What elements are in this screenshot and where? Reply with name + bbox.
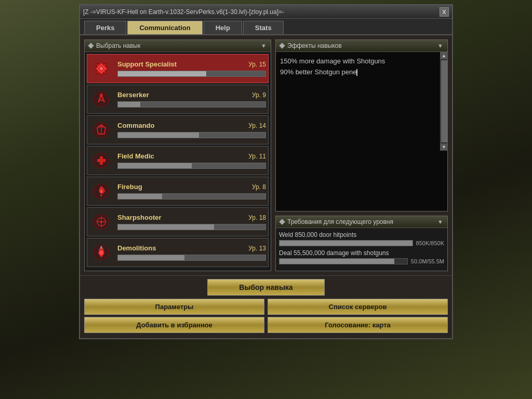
commando-info: Commando Ур. 14 xyxy=(117,122,266,138)
sharpshooter-icon xyxy=(89,210,113,234)
berserker-bar xyxy=(117,101,266,108)
svg-point-8 xyxy=(100,194,102,196)
support-info: Support Specialist Ур. 15 xyxy=(117,60,266,77)
parameters-button[interactable]: Параметры xyxy=(84,299,264,315)
right-panel: Эффекты навыков ▼ 150% more damage with … xyxy=(275,39,448,271)
skill-item-demolitions[interactable]: Demolitions Ур. 13 xyxy=(87,238,269,267)
req-label-1: 850K/850K xyxy=(416,240,444,246)
req-text-1: Weld 850,000 door hitpoints xyxy=(279,231,444,238)
commando-bar xyxy=(117,132,266,138)
bottom-area: Выбор навыка Параметры Список серверов Д… xyxy=(80,275,452,338)
skill-item-berserker[interactable]: Berserker Ур. 9 xyxy=(87,85,269,114)
left-panel: Выбрать навык ▼ xyxy=(84,39,271,271)
content-area: Выбрать навык ▼ xyxy=(80,35,452,275)
support-level: Ур. 15 xyxy=(248,61,266,68)
effect-line-1: 150% more damage with Shotguns xyxy=(280,56,436,67)
berserker-info: Berserker Ур. 9 xyxy=(117,91,266,108)
demolitions-info: Demolitions Ур. 13 xyxy=(117,244,266,261)
skill-item-fieldmedic[interactable]: Field Medic Ур. 11 xyxy=(87,146,269,175)
req-item-1: Weld 850,000 door hitpoints 850K/850K xyxy=(279,231,444,246)
sharpshooter-level: Ур. 18 xyxy=(248,214,266,221)
requirements-content: Weld 850,000 door hitpoints 850K/850K De… xyxy=(276,228,447,271)
demolitions-bar xyxy=(117,255,266,261)
skill-select-title: Выбрать навык xyxy=(96,42,140,49)
skill-item-support[interactable]: Support Specialist Ур. 15 xyxy=(87,54,269,83)
svg-point-13 xyxy=(100,221,102,223)
fieldmedic-info: Field Medic Ур. 11 xyxy=(117,152,266,169)
add-favorite-button[interactable]: Добавить в избранное xyxy=(84,317,264,333)
req-bar-2 xyxy=(279,258,408,264)
vote-map-button[interactable]: Голосование: карта xyxy=(268,317,448,333)
firebug-bar xyxy=(117,193,266,200)
effects-content: 150% more damage with Shotguns 90% bette… xyxy=(276,52,440,82)
req-bar-container-1: 850K/850K xyxy=(279,240,444,246)
effects-header: Эффекты навыков ▼ xyxy=(276,40,447,52)
firebug-info: Firebug Ур. 8 xyxy=(117,183,266,200)
demolitions-icon xyxy=(89,241,113,264)
effects-text: 150% more damage with Shotguns 90% bette… xyxy=(276,52,440,151)
header-diamond-icon xyxy=(88,43,94,48)
effects-box: Эффекты навыков ▼ 150% more damage with … xyxy=(275,39,448,211)
main-window: [Z -=VIRUS-KF-Hell on Earth-v.1032-ServP… xyxy=(79,4,453,339)
svg-rect-6 xyxy=(97,159,105,162)
req-bar-container-2: 50.0M/55.5M xyxy=(279,258,444,264)
select-perk-button[interactable]: Выбор навыка xyxy=(207,279,324,296)
berserker-icon xyxy=(89,87,113,111)
scroll-up-button[interactable]: ▲ xyxy=(441,52,448,59)
scroll-down-button[interactable]: ▼ xyxy=(441,143,448,151)
select-perk-row: Выбор навыка xyxy=(84,279,448,296)
effects-inner: 150% more damage with Shotguns 90% bette… xyxy=(276,52,447,151)
button-row-2: Добавить в избранное Голосование: карта xyxy=(84,317,448,333)
demolitions-name: Demolitions xyxy=(117,244,156,252)
firebug-icon xyxy=(89,179,113,203)
skill-select-box: Выбрать навык ▼ xyxy=(84,39,271,271)
req-text-2: Deal 55,500,000 damage with shotguns xyxy=(279,249,444,257)
berserker-name: Berserker xyxy=(117,91,149,99)
commando-name: Commando xyxy=(117,122,155,129)
fieldmedic-bar xyxy=(117,163,266,169)
berserker-level: Ур. 9 xyxy=(252,91,266,99)
req-label-2: 50.0M/55.5M xyxy=(411,258,444,264)
tab-communication[interactable]: Communication xyxy=(127,21,202,34)
fieldmedic-level: Ур. 11 xyxy=(248,153,266,160)
effects-arrow-icon: ▼ xyxy=(437,43,443,49)
title-bar: [Z -=VIRUS-KF-Hell on Earth-v.1032-ServP… xyxy=(80,5,452,19)
firebug-level: Ур. 8 xyxy=(252,183,266,191)
svg-point-1 xyxy=(100,94,103,97)
skill-item-commando[interactable]: Commando Ур. 14 xyxy=(87,115,269,144)
skill-select-header: Выбрать навык ▼ xyxy=(85,40,271,52)
requirements-box: Требования для следующего уровня ▼ Weld … xyxy=(275,216,448,271)
effects-title: Эффекты навыков xyxy=(287,42,342,49)
effects-diamond-icon xyxy=(279,43,285,48)
button-row-1: Параметры Список серверов xyxy=(84,299,448,315)
fieldmedic-icon xyxy=(89,149,113,172)
support-name: Support Specialist xyxy=(117,60,177,68)
requirements-title: Требования для следующего уровня xyxy=(287,218,393,225)
req-bar-1 xyxy=(279,240,413,246)
demolitions-level: Ур. 13 xyxy=(248,245,266,252)
tab-stats[interactable]: Stats xyxy=(243,21,284,34)
fieldmedic-name: Field Medic xyxy=(117,152,154,160)
req-arrow-icon: ▼ xyxy=(437,219,443,225)
header-arrow-icon: ▼ xyxy=(261,43,267,49)
req-item-2: Deal 55,500,000 damage with shotguns 50.… xyxy=(279,249,444,264)
commando-level: Ур. 14 xyxy=(248,122,266,129)
effects-scrollbar: ▲ ▼ xyxy=(440,52,447,151)
close-button[interactable]: X xyxy=(440,7,449,17)
scroll-thumb[interactable] xyxy=(441,60,447,142)
firebug-name: Firebug xyxy=(117,183,142,191)
skill-item-sharpshooter[interactable]: Sharpshooter Ур. 18 xyxy=(87,207,269,236)
svg-rect-15 xyxy=(100,246,102,249)
sharpshooter-name: Sharpshooter xyxy=(117,214,162,221)
tab-perks[interactable]: Perks xyxy=(84,21,126,34)
server-list-button[interactable]: Список серверов xyxy=(268,299,448,315)
skill-item-firebug[interactable]: Firebug Ур. 8 xyxy=(87,177,269,206)
sharpshooter-bar xyxy=(117,224,266,230)
skill-list: Support Specialist Ур. 15 xyxy=(85,52,271,271)
commando-icon xyxy=(89,118,113,142)
sharpshooter-info: Sharpshooter Ур. 18 xyxy=(117,214,266,230)
req-diamond-icon xyxy=(279,219,285,224)
tab-help[interactable]: Help xyxy=(204,21,242,34)
window-title: [Z -=VIRUS-KF-Hell on Earth-v.1032-ServP… xyxy=(83,8,284,16)
support-bar xyxy=(117,71,266,77)
